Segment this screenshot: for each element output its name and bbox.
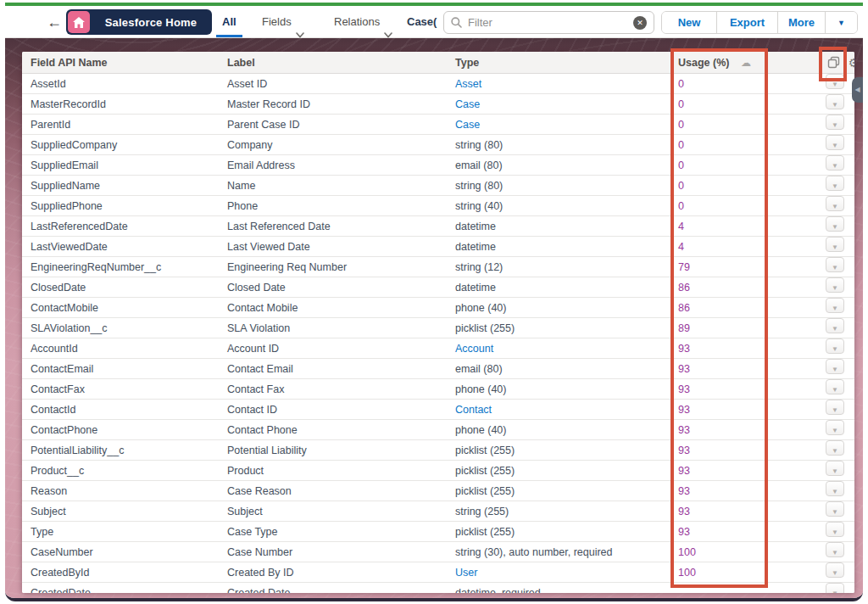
row-actions-button[interactable]: ▼ [826, 440, 844, 456]
column-header-usage[interactable]: Usage (%) [678, 52, 729, 74]
tab-relations[interactable]: Relations [334, 6, 392, 37]
settings-gear-icon[interactable]: ⚙ [847, 56, 854, 70]
row-actions-button[interactable]: ▼ [826, 237, 844, 252]
usage-value: 86 [678, 277, 690, 298]
row-actions-button[interactable]: ▼ [826, 74, 844, 89]
usage-value: 100 [678, 562, 696, 583]
salesforce-home-button[interactable]: Salesforce Home [66, 9, 212, 35]
usage-value: 0 [678, 115, 684, 135]
row-actions-button[interactable]: ▼ [826, 318, 844, 333]
table-row: CaseNumber Case Number string (30), auto… [22, 542, 854, 562]
field-label: Last Viewed Date [227, 237, 310, 257]
row-actions-button[interactable]: ▼ [826, 562, 844, 578]
row-actions-button[interactable]: ▼ [826, 115, 844, 130]
table-row: Subject Subject string (255) 93 ▼ [22, 501, 854, 522]
row-actions-button[interactable]: ▼ [826, 481, 844, 496]
usage-value: 0 [678, 135, 684, 155]
row-actions-button[interactable]: ▼ [826, 461, 844, 476]
action-button-group: New Export More ▼ [661, 11, 858, 34]
usage-value: 100 [678, 542, 696, 562]
field-label: Parent Case ID [227, 115, 299, 135]
actions-dropdown-button[interactable]: ▼ [825, 12, 857, 33]
table-row: AssetId Asset ID Asset 0 ▼ [22, 74, 854, 94]
field-api-name: ContactId [31, 400, 76, 420]
table-row: ContactId Contact ID Contact 93 ▼ [22, 400, 854, 420]
usage-value: 93 [678, 461, 690, 481]
row-actions-button[interactable]: ▼ [826, 501, 844, 517]
field-api-name: SuppliedPhone [31, 196, 103, 216]
row-actions-button[interactable]: ▼ [826, 359, 844, 374]
usage-value: 93 [678, 481, 690, 501]
table-row: ClosedDate Closed Date datetime 86 ▼ [22, 277, 854, 298]
row-actions-button[interactable]: ▼ [826, 277, 844, 293]
row-actions-button[interactable]: ▼ [826, 542, 844, 557]
field-label: SLA Violation [227, 318, 290, 338]
field-type[interactable]: User [455, 562, 477, 583]
tab-fields[interactable]: Fields [262, 6, 304, 37]
new-button[interactable]: New [662, 12, 716, 33]
chevron-down-icon [384, 19, 392, 25]
field-type[interactable]: Asset [455, 74, 481, 94]
chevron-left-icon: ◀ [854, 86, 860, 93]
field-type: email (80) [455, 155, 503, 176]
field-label: Company [227, 135, 273, 155]
field-type: phone (40) [455, 298, 506, 318]
row-actions-button[interactable]: ▼ [826, 176, 844, 191]
field-type[interactable]: Account [455, 338, 493, 359]
row-actions-button[interactable]: ▼ [826, 379, 844, 394]
row-actions-button[interactable]: ▼ [826, 583, 844, 593]
column-header-field-api-name[interactable]: Field API Name [31, 52, 108, 74]
table-row: Type Case Type picklist (255) 93 ▼ [22, 522, 854, 542]
field-type: string (30), auto number, required [455, 542, 613, 562]
filter-input[interactable] [468, 16, 633, 29]
field-type[interactable]: Case [455, 94, 480, 115]
back-button[interactable]: ← [44, 12, 64, 32]
row-actions-button[interactable]: ▼ [826, 298, 844, 313]
side-panel-toggle[interactable]: ◀ [852, 77, 863, 103]
usage-value: 79 [678, 257, 690, 277]
field-label: Contact Email [227, 359, 293, 379]
tab-all[interactable]: All [222, 6, 236, 37]
row-actions-button[interactable]: ▼ [826, 522, 844, 537]
field-type: phone (40) [455, 420, 506, 440]
table-row: MasterRecordId Master Record ID Case 0 ▼ [22, 94, 854, 115]
row-actions-button[interactable]: ▼ [826, 257, 844, 272]
field-label: Contact Fax [227, 379, 284, 400]
home-label: Salesforce Home [90, 16, 212, 29]
home-icon [68, 11, 90, 33]
field-label: Case Type [227, 522, 278, 542]
row-actions-button[interactable]: ▼ [826, 338, 844, 354]
export-button[interactable]: Export [716, 12, 777, 33]
row-actions-button[interactable]: ▼ [826, 400, 844, 415]
field-label: Created By ID [227, 562, 294, 583]
row-actions-button[interactable]: ▼ [826, 155, 844, 171]
field-type[interactable]: Contact [455, 400, 492, 420]
row-actions-button[interactable]: ▼ [826, 135, 844, 150]
usage-value: 0 [678, 196, 684, 216]
more-button[interactable]: More [777, 12, 825, 33]
table-row: ContactFax Contact Fax phone (40) 93 ▼ [22, 379, 854, 400]
field-label: Asset ID [227, 74, 267, 94]
column-header-type[interactable]: Type [455, 52, 479, 74]
usage-value: 0 [678, 176, 684, 196]
usage-value: 93 [678, 440, 690, 461]
field-api-name: Subject [31, 501, 66, 522]
field-api-name: ContactPhone [31, 420, 97, 440]
table-row: SuppliedCompany Company string (80) 0 ▼ [22, 135, 854, 155]
row-actions-button[interactable]: ▼ [826, 94, 844, 109]
row-actions-button[interactable]: ▼ [826, 216, 844, 232]
copy-icon[interactable] [827, 56, 841, 70]
field-type: string (80) [455, 176, 503, 196]
row-actions-button[interactable]: ▼ [826, 196, 844, 211]
field-api-name: SLAViolation__c [31, 318, 108, 338]
clear-filter-button[interactable]: ✕ [633, 16, 647, 30]
field-api-name: SuppliedName [31, 176, 100, 196]
column-header-label[interactable]: Label [227, 52, 255, 74]
table-row: SuppliedEmail Email Address email (80) 0… [22, 155, 854, 176]
usage-value: 93 [678, 400, 690, 420]
field-type[interactable]: Case [455, 115, 480, 135]
field-api-name: ContactMobile [31, 298, 98, 318]
row-actions-button[interactable]: ▼ [826, 420, 844, 435]
field-api-name: ContactFax [31, 379, 85, 400]
tab-case[interactable]: Case( [407, 6, 437, 37]
